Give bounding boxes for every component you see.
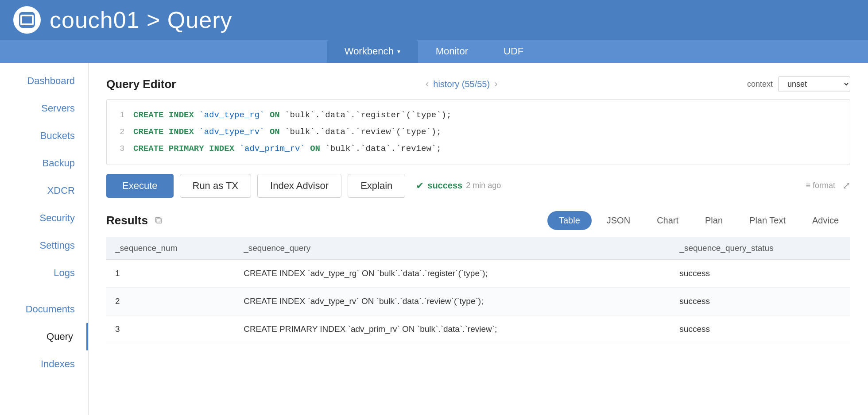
history-prev-button[interactable]: ‹ — [426, 78, 429, 90]
success-check-icon: ✔ — [416, 180, 424, 192]
tab-advice[interactable]: Advice — [801, 211, 850, 230]
execute-button[interactable]: Execute — [106, 174, 174, 198]
code-line-2: 2 CREATE INDEX `adv_type_rv` ON `bulk`.`… — [107, 123, 850, 140]
code-editor[interactable]: 1 CREATE INDEX `adv_type_rg` ON `bulk`.`… — [106, 99, 850, 165]
index-advisor-button[interactable]: Index Advisor — [257, 174, 341, 198]
editor-title: Query Editor — [106, 77, 176, 91]
toolbar-right: ≡ format ⤢ — [806, 180, 850, 192]
query-toolbar: Execute Run as TX Index Advisor Explain … — [106, 174, 850, 198]
col-header-seq-query: _sequence_query — [235, 237, 670, 260]
subnav-item-udf[interactable]: UDF — [486, 40, 541, 63]
logo-circle — [13, 6, 41, 34]
explain-button[interactable]: Explain — [348, 174, 405, 198]
format-button[interactable]: ≡ format — [806, 181, 835, 190]
sidebar-spacer — [0, 287, 88, 296]
success-indicator: ✔ success 2 min ago — [416, 180, 501, 192]
header-breadcrumb: couch01 > Query — [50, 7, 232, 33]
context-select[interactable]: unset default travel-sample — [778, 76, 850, 92]
tab-plan-text[interactable]: Plan Text — [738, 211, 797, 230]
cell-seq-status: success — [670, 315, 850, 343]
cell-seq-query: CREATE PRIMARY INDEX `adv_prim_rv` ON `b… — [235, 315, 670, 343]
table-row: 3 CREATE PRIMARY INDEX `adv_prim_rv` ON … — [106, 315, 850, 343]
editor-header: Query Editor ‹ history (55/55) › context… — [106, 76, 850, 92]
subnav-item-workbench[interactable]: Workbench ▾ — [327, 40, 418, 63]
sidebar-item-dashboard[interactable]: Dashboard — [0, 67, 88, 95]
sidebar-item-logs[interactable]: Logs — [0, 259, 88, 287]
expand-button[interactable]: ⤢ — [842, 180, 850, 192]
table-row: 1 CREATE INDEX `adv_type_rg` ON `bulk`.`… — [106, 259, 850, 287]
tab-plan[interactable]: Plan — [694, 211, 734, 230]
top-header: couch01 > Query — [0, 0, 868, 40]
tab-table[interactable]: Table — [547, 211, 592, 230]
history-label[interactable]: history (55/55) — [433, 79, 490, 89]
sub-nav: Workbench ▾ Monitor UDF — [0, 40, 868, 63]
cell-seq-num: 2 — [106, 287, 235, 315]
sidebar-item-security[interactable]: Security — [0, 204, 88, 232]
results-title: Results — [106, 214, 148, 227]
code-line-1: 1 CREATE INDEX `adv_type_rg` ON `bulk`.`… — [107, 107, 850, 123]
cell-seq-status: success — [670, 287, 850, 315]
results-table: _sequence_num _sequence_query _sequence_… — [106, 237, 850, 343]
sidebar-item-buckets[interactable]: Buckets — [0, 122, 88, 150]
sidebar: Dashboard Servers Buckets Backup XDCR Se… — [0, 63, 89, 415]
run-as-tx-button[interactable]: Run as TX — [180, 174, 252, 198]
cell-seq-num: 1 — [106, 259, 235, 287]
cell-seq-query: CREATE INDEX `adv_type_rg` ON `bulk`.`da… — [235, 259, 670, 287]
sidebar-item-backup[interactable]: Backup — [0, 150, 88, 177]
col-header-seq-num: _sequence_num — [106, 237, 235, 260]
sidebar-item-servers[interactable]: Servers — [0, 95, 88, 122]
time-ago-label: 2 min ago — [466, 181, 501, 190]
tab-json[interactable]: JSON — [595, 211, 642, 230]
expand-icon: ⤢ — [842, 180, 850, 191]
couchbase-logo-icon — [19, 12, 35, 28]
copy-icon[interactable]: ⧉ — [155, 215, 162, 226]
main-layout: Dashboard Servers Buckets Backup XDCR Se… — [0, 63, 868, 415]
table-row: 2 CREATE INDEX `adv_type_rv` ON `bulk`.`… — [106, 287, 850, 315]
success-label: success — [427, 181, 462, 191]
context-label: context — [747, 80, 773, 89]
sidebar-item-query[interactable]: Query — [0, 323, 88, 350]
subnav-item-monitor[interactable]: Monitor — [418, 40, 486, 63]
code-line-3: 3 CREATE PRIMARY INDEX `adv_prim_rv` ON … — [107, 140, 850, 157]
sidebar-item-settings[interactable]: Settings — [0, 232, 88, 259]
sidebar-item-indexes[interactable]: Indexes — [0, 350, 88, 378]
cell-seq-status: success — [670, 259, 850, 287]
cell-seq-query: CREATE INDEX `adv_type_rv` ON `bulk`.`da… — [235, 287, 670, 315]
col-header-seq-status: _sequence_query_status — [670, 237, 850, 260]
content-area: Query Editor ‹ history (55/55) › context… — [89, 63, 868, 415]
chevron-down-icon: ▾ — [397, 48, 400, 55]
results-header: Results ⧉ Table JSON Chart Plan Plan Tex… — [106, 211, 850, 230]
context-area: context unset default travel-sample — [747, 76, 850, 92]
format-icon: ≡ — [806, 181, 810, 190]
sidebar-item-documents[interactable]: Documents — [0, 296, 88, 323]
history-next-button[interactable]: › — [494, 78, 497, 90]
results-tabs: Table JSON Chart Plan Plan Text Advice — [547, 211, 850, 230]
history-nav: ‹ history (55/55) › — [426, 78, 498, 90]
tab-chart[interactable]: Chart — [645, 211, 690, 230]
cell-seq-num: 3 — [106, 315, 235, 343]
sidebar-item-xdcr[interactable]: XDCR — [0, 177, 88, 204]
